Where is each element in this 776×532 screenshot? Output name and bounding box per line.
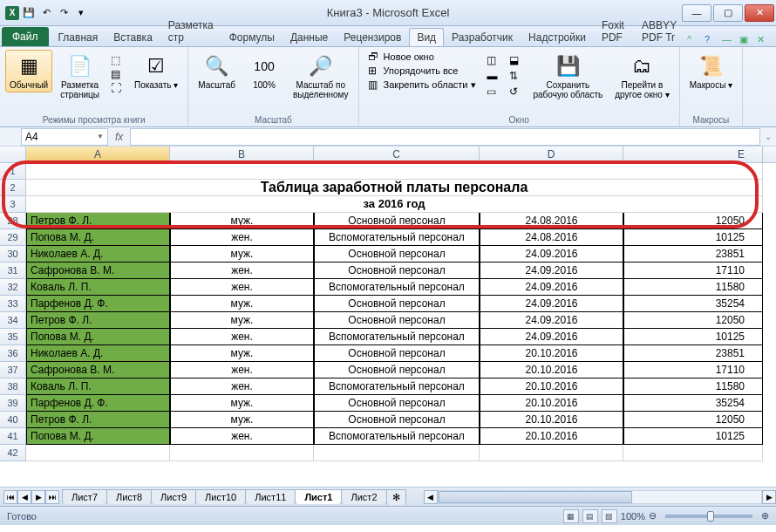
cell-amount[interactable]: 35254 bbox=[623, 395, 763, 412]
redo-icon[interactable]: ↷ bbox=[56, 5, 71, 21]
close-button[interactable]: ✕ bbox=[745, 4, 774, 22]
cell-date[interactable]: 24.09.2016 bbox=[480, 279, 623, 296]
doc-min-icon[interactable]: — bbox=[722, 34, 734, 46]
cell-gender[interactable]: муж. bbox=[170, 395, 314, 412]
cell-category[interactable]: Вспомогательный персонал bbox=[314, 329, 480, 345]
cell-date[interactable]: 24.09.2016 bbox=[480, 329, 623, 345]
cell-amount[interactable]: 17110 bbox=[623, 263, 763, 279]
qat-customize-icon[interactable]: ▾ bbox=[73, 5, 89, 21]
show-button[interactable]: ☑Показать ▾ bbox=[130, 50, 182, 92]
row-header[interactable]: 42 bbox=[0, 445, 26, 461]
ribbon-tab-рецензиров[interactable]: Рецензиров bbox=[336, 28, 409, 46]
cell-amount[interactable]: 11580 bbox=[623, 379, 763, 395]
zoom-in-button[interactable]: ⊕ bbox=[761, 510, 769, 522]
row-header[interactable]: 40 bbox=[0, 412, 26, 428]
row-header[interactable]: 35 bbox=[0, 329, 26, 345]
row-header[interactable]: 2 bbox=[0, 180, 26, 196]
cell-category[interactable]: Основной персонал bbox=[314, 296, 480, 312]
cell-amount[interactable]: 23851 bbox=[623, 246, 763, 263]
cell-gender[interactable]: жен. bbox=[170, 329, 314, 345]
cell-date[interactable]: 20.10.2016 bbox=[480, 428, 623, 445]
cell-name[interactable]: Попова М. Д. bbox=[26, 329, 170, 345]
cell-category[interactable]: Основной персонал bbox=[314, 362, 480, 379]
save-workspace-button[interactable]: 💾Сохранить рабочую область bbox=[528, 50, 607, 102]
cell-category[interactable]: Основной персонал bbox=[314, 263, 480, 279]
sheet-tab-Лист7[interactable]: Лист7 bbox=[62, 489, 107, 504]
cell-category[interactable]: Основной персонал bbox=[314, 395, 480, 412]
cell-name[interactable]: Сафронова В. М. bbox=[26, 263, 170, 279]
column-header-C[interactable]: C bbox=[314, 147, 480, 162]
cell-name[interactable]: Петров Ф. Л. bbox=[26, 412, 170, 428]
sheet-nav-first[interactable]: ⏮ bbox=[3, 490, 17, 504]
row-header[interactable]: 30 bbox=[0, 246, 26, 263]
cell-category[interactable]: Вспомогательный персонал bbox=[314, 279, 480, 296]
undo-icon[interactable]: ↶ bbox=[38, 5, 54, 21]
cell[interactable] bbox=[26, 445, 170, 461]
cell-amount[interactable]: 23851 bbox=[623, 345, 763, 362]
formula-input[interactable] bbox=[130, 128, 760, 146]
cell-category[interactable]: Основной персонал bbox=[314, 345, 480, 362]
cell-date[interactable]: 20.10.2016 bbox=[480, 379, 623, 395]
cell-amount[interactable]: 12050 bbox=[623, 312, 763, 329]
cell[interactable] bbox=[314, 445, 480, 461]
pagebreak-sb[interactable]: ▧ bbox=[602, 509, 617, 523]
cell-name[interactable]: Петров Ф. Л. bbox=[26, 312, 170, 329]
zoom-level[interactable]: 100% bbox=[621, 511, 645, 522]
normal-view-button[interactable]: ▦Обычный bbox=[5, 50, 52, 92]
ribbon-tab-формулы[interactable]: Формулы bbox=[221, 28, 282, 46]
cell-category[interactable]: Основной персонал bbox=[314, 213, 480, 229]
sheet-tab-Лист11[interactable]: Лист11 bbox=[245, 489, 296, 504]
cell-date[interactable]: 20.10.2016 bbox=[480, 412, 623, 428]
ribbon-tab-вставка[interactable]: Вставка bbox=[106, 28, 160, 46]
cell-date[interactable]: 20.10.2016 bbox=[480, 362, 623, 379]
ribbon-tab-надстройки[interactable]: Надстройки bbox=[521, 28, 594, 46]
cell-name[interactable]: Попова М. Д. bbox=[26, 428, 170, 445]
row-header[interactable]: 34 bbox=[0, 312, 26, 329]
maximize-button[interactable]: ▢ bbox=[713, 4, 743, 22]
sheet-tab-Лист9[interactable]: Лист9 bbox=[151, 489, 196, 504]
ribbon-tab-главная[interactable]: Главная bbox=[51, 28, 106, 46]
excel-logo-icon[interactable]: X bbox=[5, 6, 19, 20]
ribbon-tab-разметка стр[interactable]: Разметка стр bbox=[160, 16, 221, 46]
expand-formula-icon[interactable]: ⌄ bbox=[760, 132, 776, 141]
new-sheet-button[interactable]: ✻ bbox=[386, 489, 406, 505]
file-tab[interactable]: Файл bbox=[2, 27, 49, 46]
zoom-out-button[interactable]: ⊖ bbox=[649, 510, 657, 522]
cell-amount[interactable]: 12050 bbox=[623, 412, 763, 428]
cell-category[interactable]: Вспомогательный персонал bbox=[314, 229, 480, 246]
hide-button[interactable]: ▬ bbox=[483, 69, 502, 83]
sheet-tab-Лист1[interactable]: Лист1 bbox=[295, 489, 342, 504]
cell-gender[interactable]: муж. bbox=[170, 213, 314, 229]
reset-pos-button[interactable]: ↺ bbox=[506, 85, 525, 99]
sheet-tab-Лист2[interactable]: Лист2 bbox=[341, 489, 386, 504]
cell-name[interactable]: Николаев А. Д. bbox=[26, 345, 170, 362]
cell-category[interactable]: Основной персонал bbox=[314, 312, 480, 329]
table-subtitle[interactable]: за 2016 год bbox=[26, 196, 763, 213]
ribbon-tab-данные[interactable]: Данные bbox=[282, 28, 336, 46]
ribbon-tab-abbyy pdf tr[interactable]: ABBYY PDF Tr bbox=[634, 16, 687, 46]
sheet-nav-next[interactable]: ▶ bbox=[31, 490, 45, 504]
side-by-side-button[interactable]: ⬓ bbox=[506, 53, 525, 67]
ribbon-tab-разработчик[interactable]: Разработчик bbox=[444, 28, 521, 46]
hscroll-right[interactable]: ▶ bbox=[762, 490, 776, 504]
zoom-100-button[interactable]: 100100% bbox=[243, 50, 285, 92]
zoom-selection-button[interactable]: 🔎Масштаб по выделенному bbox=[289, 50, 353, 102]
split-button[interactable]: ◫ bbox=[483, 53, 502, 67]
cell-amount[interactable]: 17110 bbox=[623, 362, 763, 379]
fx-icon[interactable]: fx bbox=[115, 131, 123, 143]
hscroll-track[interactable] bbox=[438, 490, 762, 504]
cell-name[interactable]: Парфенов Д. Ф. bbox=[26, 395, 170, 412]
cell-name[interactable]: Парфенов Д. Ф. bbox=[26, 296, 170, 312]
row-header[interactable]: 29 bbox=[0, 229, 26, 246]
cell-gender[interactable]: жен. bbox=[170, 379, 314, 395]
new-window-button[interactable]: 🗗Новое окно bbox=[364, 50, 480, 64]
ribbon-tab-вид[interactable]: Вид bbox=[409, 28, 444, 46]
cell[interactable] bbox=[26, 163, 763, 180]
cell-gender[interactable]: жен. bbox=[170, 362, 314, 379]
cell-date[interactable]: 20.10.2016 bbox=[480, 395, 623, 412]
row-header[interactable]: 37 bbox=[0, 362, 26, 379]
help-icon[interactable]: ? bbox=[705, 34, 717, 46]
row-header[interactable]: 3 bbox=[0, 196, 26, 213]
page-layout-button[interactable]: 📄Разметка страницы bbox=[56, 50, 104, 102]
cell[interactable] bbox=[170, 445, 314, 461]
